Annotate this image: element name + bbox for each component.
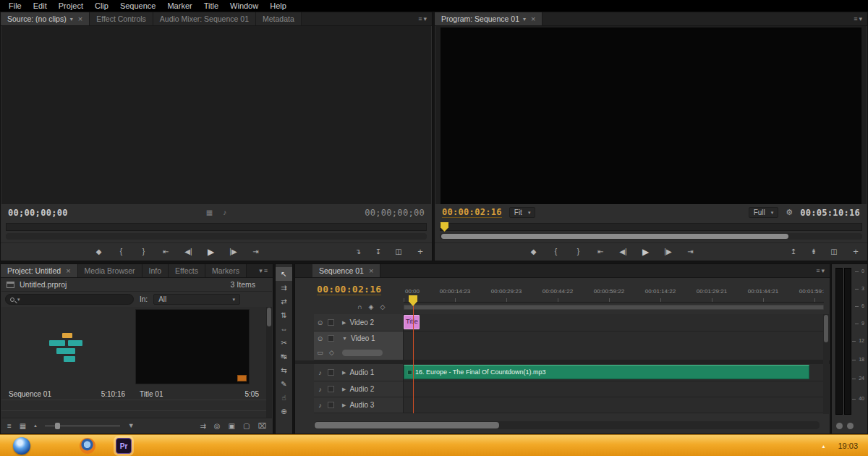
add-marker-button[interactable]: ◆	[528, 245, 540, 258]
panel-menu-button[interactable]: ≡▾	[848, 12, 867, 25]
play-button[interactable]: ▶	[205, 245, 217, 258]
collapse-track-icon[interactable]: ▶	[342, 320, 346, 326]
tab-project[interactable]: Project: Untitled ×	[1, 264, 78, 277]
lift-button[interactable]: ↥	[788, 245, 799, 258]
close-icon[interactable]: ×	[369, 266, 373, 275]
slide-tool[interactable]: ⇆	[276, 363, 292, 377]
firefox-taskbar-icon[interactable]	[80, 438, 95, 454]
icon-view-button[interactable]: ▦	[20, 422, 26, 430]
new-bin-button[interactable]: ▣	[229, 422, 235, 430]
toggle-track-output-icon[interactable]: ⊙	[316, 335, 324, 342]
project-item-sequence[interactable]	[1, 307, 133, 388]
selection-tool[interactable]: ↖	[276, 267, 292, 281]
goto-out-button[interactable]: ⇥	[685, 245, 697, 258]
slider-handle[interactable]	[55, 423, 60, 429]
button-editor-button[interactable]: +	[414, 245, 426, 258]
mark-out-button[interactable]: }	[573, 245, 584, 258]
ripple-edit-tool[interactable]: ⇄	[276, 295, 292, 308]
tab-info[interactable]: Info	[142, 264, 169, 277]
export-frame-button[interactable]: ◫	[828, 245, 840, 258]
panel-menu-button[interactable]: ≡▾	[811, 264, 830, 277]
tab-sequence[interactable]: Sequence 01 ×	[312, 264, 380, 277]
mark-in-button[interactable]: {	[116, 245, 127, 258]
export-frame-button[interactable]: ◫	[393, 245, 404, 258]
timeline-current-timecode[interactable]: 00:00:02:16	[317, 284, 381, 295]
tab-audio-mixer[interactable]: Audio Mixer: Sequence 01	[153, 12, 256, 25]
source-zoom-scrollbar[interactable]	[6, 233, 427, 240]
zoom-out-icon[interactable]: ▴	[34, 423, 37, 428]
program-current-timecode[interactable]: 00:00:02:16	[442, 207, 502, 218]
timeline-horizontal-scrollbar[interactable]	[314, 421, 820, 429]
start-button[interactable]	[13, 437, 30, 455]
menu-help[interactable]: Help	[264, 0, 292, 12]
keyframe-nav-pill[interactable]	[342, 350, 383, 356]
pen-tool[interactable]: ✎	[276, 377, 292, 391]
menu-project[interactable]: Project	[53, 0, 89, 12]
tab-metadata[interactable]: Metadata	[256, 12, 302, 25]
taskbar-clock[interactable]: 19:03	[838, 442, 858, 450]
set-display-style-icon[interactable]: ▭	[316, 349, 324, 356]
new-item-button[interactable]: ▢	[243, 422, 250, 430]
list-view-button[interactable]: ≡	[7, 422, 12, 430]
menu-title[interactable]: Title	[198, 0, 224, 12]
collapse-track-icon[interactable]: ▶	[342, 402, 346, 408]
scrollbar-thumb[interactable]	[267, 308, 271, 326]
close-icon[interactable]: ×	[78, 14, 82, 23]
play-button[interactable]: ▶	[640, 245, 652, 258]
menu-edit[interactable]: Edit	[27, 0, 53, 12]
automate-to-sequence-button[interactable]: ⇉	[200, 422, 205, 430]
menu-clip[interactable]: Clip	[89, 0, 114, 12]
track-select-tool[interactable]: ⇉	[276, 281, 292, 295]
track-header-video-2[interactable]: ⊙ ▶ Video 2	[314, 314, 404, 332]
playback-resolution-select[interactable]: Full▾	[749, 207, 779, 218]
clear-button[interactable]: ⌧	[258, 422, 266, 430]
search-box[interactable]: ▾	[5, 294, 134, 305]
tab-media-browser[interactable]: Media Browser	[78, 264, 142, 277]
insert-button[interactable]: ↴	[352, 245, 364, 258]
toggle-track-output-icon[interactable]: ⊙	[316, 319, 324, 326]
project-file-name[interactable]: Untitled.prproj	[20, 280, 67, 289]
program-zoom-scrollbar[interactable]	[440, 233, 862, 240]
goto-out-button[interactable]: ⇥	[250, 245, 262, 258]
chevron-down-icon[interactable]: ▾	[17, 297, 20, 303]
hand-tool[interactable]: ☝	[276, 391, 292, 405]
scrollbar-thumb[interactable]	[824, 315, 828, 342]
menu-sequence[interactable]: Sequence	[114, 0, 162, 12]
work-area-bar[interactable]	[404, 305, 824, 310]
tab-markers[interactable]: Markers	[205, 264, 247, 277]
collapse-track-icon[interactable]: ▶	[342, 387, 346, 392]
step-back-button[interactable]: ◀|	[183, 245, 195, 258]
rate-stretch-tool[interactable]: ⇔	[276, 322, 292, 336]
speaker-icon[interactable]: ♪	[316, 386, 324, 393]
menu-file[interactable]: File	[3, 0, 27, 12]
snap-button[interactable]: ∩	[357, 303, 362, 311]
step-forward-button[interactable]: |▶	[663, 245, 674, 258]
find-button[interactable]: ◎	[214, 422, 221, 430]
audio-clip[interactable]: 16. Europe - The Final Of Countdown(1).m…	[404, 365, 809, 379]
timeline-ruler[interactable]: 00:00 00:00:14:23 00:00:29:23 00:00:44:2…	[404, 286, 824, 303]
panel-menu-button[interactable]: ≡▾	[413, 12, 432, 25]
premiere-taskbar-icon[interactable]: Pr	[116, 438, 132, 454]
tab-effects[interactable]: Effects	[169, 264, 205, 277]
tab-source[interactable]: Source: (no clips) ▾ ×	[1, 12, 90, 25]
chevron-down-icon[interactable]: ▾	[70, 16, 73, 22]
sequence-thumbnail-icon[interactable]	[46, 333, 88, 363]
sync-lock-toggle[interactable]	[328, 319, 334, 326]
search-input[interactable]	[23, 295, 129, 303]
title-thumbnail[interactable]	[135, 309, 250, 384]
timeline-vertical-scrollbar[interactable]	[823, 314, 829, 414]
add-marker-button[interactable]: ◆	[93, 245, 105, 258]
drag-video-icon[interactable]: ▦	[206, 208, 213, 216]
sync-lock-toggle[interactable]	[328, 386, 334, 392]
panel-menu-button[interactable]: ▾≡	[254, 264, 273, 277]
mark-in-button[interactable]: {	[550, 245, 562, 258]
slip-tool[interactable]: ↹	[276, 350, 292, 363]
button-editor-button[interactable]: +	[850, 245, 861, 258]
track-header-audio-2[interactable]: ♪ ▶ Audio 2	[314, 381, 404, 397]
drag-audio-icon[interactable]: ♪	[223, 208, 226, 216]
filter-select[interactable]: All ▾	[153, 294, 240, 305]
scrollbar-thumb[interactable]	[315, 422, 499, 428]
menu-window[interactable]: Window	[224, 0, 264, 12]
track-lane-video-2[interactable]: Title	[404, 314, 824, 332]
track-lane-audio-3[interactable]	[404, 397, 824, 413]
